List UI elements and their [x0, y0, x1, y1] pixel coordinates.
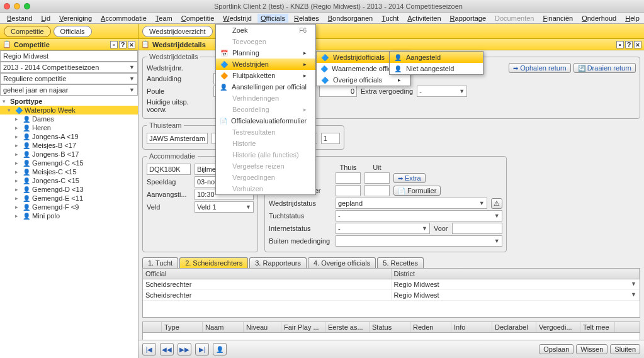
nav-first-button[interactable]: |◀: [142, 343, 156, 355]
tree-item[interactable]: ▸👤Jongens-A <19: [0, 132, 138, 141]
acc-code-input[interactable]: DQK180K: [147, 164, 191, 175]
zoom-icon[interactable]: [24, 3, 30, 9]
season-select[interactable]: 2013 - 2014 Competitieseizoen▼: [0, 62, 138, 73]
tab-4-overige-officials[interactable]: 4. Overige officials: [308, 257, 376, 268]
opslaan-button[interactable]: Opslaan: [539, 344, 573, 354]
menu-onderhoud[interactable]: Onderhoud: [579, 14, 619, 23]
wissen-button[interactable]: Wissen: [576, 344, 607, 354]
menu-rapportage[interactable]: Rapportage: [447, 14, 490, 23]
minimize-icon[interactable]: [14, 3, 20, 9]
menu-item-aanstellingen-per-official[interactable]: 👤Aanstellingen per official: [216, 81, 315, 92]
status-info-button[interactable]: ⚠: [491, 198, 502, 209]
tree-item[interactable]: ▸👤Mini polo: [0, 211, 138, 220]
col-official[interactable]: Official: [143, 269, 392, 279]
help-icon[interactable]: ?: [625, 41, 633, 48]
tuchtstatus-select[interactable]: -▼: [336, 210, 502, 221]
pinned-icon[interactable]: ▪: [616, 41, 624, 48]
wedstrijdstatus-select[interactable]: gepland▼: [336, 198, 487, 209]
close-panel-icon[interactable]: ×: [634, 41, 641, 48]
col-header[interactable]: Declarabel: [492, 322, 536, 332]
tab-2-scheidsrechters[interactable]: 2. Scheidsrechters: [179, 257, 248, 268]
tab-1-tucht[interactable]: 1. Tucht: [142, 257, 178, 268]
periode-right-input[interactable]: 0: [319, 86, 357, 97]
winstpnt-uit-input[interactable]: [364, 185, 390, 196]
tree-root[interactable]: ▾Sporttype: [0, 97, 138, 106]
col-header[interactable]: Naam: [203, 322, 244, 332]
menu-item-aangesteld[interactable]: 👤Aangesteld: [390, 52, 483, 63]
tree-item[interactable]: ▸👤Jongens-B <17: [0, 150, 138, 159]
menu-item-planning[interactable]: 📅Planning▸: [216, 47, 315, 59]
menu-help[interactable]: Help: [622, 14, 643, 23]
col-header[interactable]: [143, 322, 162, 332]
menu-lid[interactable]: Lid: [38, 14, 54, 23]
menu-bondsorganen[interactable]: Bondsorganen: [325, 14, 376, 23]
formulier-button[interactable]: 📄Formulier: [393, 186, 441, 196]
ophalen-return-button[interactable]: ➡Ophalen return: [509, 63, 570, 73]
nav-next-button[interactable]: ▶▶: [178, 343, 191, 355]
tree-item[interactable]: ▸👤Meisjes-C <15: [0, 167, 138, 176]
tree-item[interactable]: ▸👤Dames: [0, 115, 138, 123]
col-header[interactable]: Status: [370, 322, 410, 332]
tree-item[interactable]: ▾🔷Waterpolo Week: [0, 106, 138, 115]
menu-bestand[interactable]: Bestand: [4, 14, 35, 23]
menu-officials[interactable]: Officials: [257, 14, 288, 23]
tab-competitie[interactable]: Competitie: [4, 26, 51, 37]
internetstatus-select[interactable]: -▼: [336, 223, 430, 234]
menu-item-wedstrijden[interactable]: 🔷Wedstrijden▸: [216, 59, 315, 70]
col-header[interactable]: Telt mee: [580, 322, 615, 332]
voor-input[interactable]: [452, 223, 502, 234]
tree-item[interactable]: ▸👤Heren: [0, 123, 138, 132]
tab-officials[interactable]: Officials: [54, 26, 92, 37]
nav-last-button[interactable]: ▶|: [195, 343, 209, 355]
col-header[interactable]: Niveau: [244, 322, 281, 332]
tree-item[interactable]: ▸👤Gemengd-D <13: [0, 185, 138, 194]
period-select[interactable]: geheel jaar en najaar▼: [0, 84, 138, 96]
close-panel-icon[interactable]: ×: [128, 41, 135, 48]
menu-tucht[interactable]: Tucht: [378, 14, 402, 23]
nav-prev-button[interactable]: ◀◀: [160, 343, 174, 355]
uitslag-thuis-input[interactable]: [336, 172, 361, 184]
menu-item-niet-aangesteld[interactable]: 👤Niet aangesteld: [390, 63, 483, 74]
tree-item[interactable]: ▸👤Gemengd-E <11: [0, 194, 138, 203]
col-header[interactable]: Info: [451, 322, 492, 332]
sporttype-tree[interactable]: ▾Sporttype ▾🔷Waterpolo Week▸👤Dames▸👤Here…: [0, 96, 138, 358]
menu-vereniging[interactable]: Vereniging: [56, 14, 95, 23]
extra-button[interactable]: ➡Extra: [393, 173, 426, 183]
tree-item[interactable]: ▸👤Gemengd-F <9: [0, 203, 138, 211]
sluiten-button[interactable]: Sluiten: [610, 344, 640, 354]
buiten-select[interactable]: ▼: [336, 235, 502, 247]
menu-activiteiten[interactable]: Activiteiten: [404, 14, 444, 23]
menubar[interactable]: Bestand Lid Vereniging Accommodatie Team…: [0, 13, 644, 24]
col-header[interactable]: Vergoedi...: [536, 322, 580, 332]
competition-type-select[interactable]: Reguliere competitie▼: [0, 73, 138, 84]
tab-wedstrijdoverzicht[interactable]: Wedstrijdoverzicht: [142, 26, 213, 37]
menu-item-fluitpakketten[interactable]: 🔶Fluitpakketten▸: [216, 70, 315, 81]
window-controls[interactable]: [4, 3, 30, 9]
uitteam-num-input[interactable]: 1: [321, 133, 340, 144]
tree-item[interactable]: ▸👤Meisjes-B <17: [0, 141, 138, 150]
tree-item[interactable]: ▸👤Jongens-C <15: [0, 176, 138, 185]
table-row[interactable]: ScheidsrechterRegio Midwest▼: [143, 290, 640, 301]
draaien-return-button[interactable]: 🔄Draaien return: [573, 63, 636, 73]
col-district[interactable]: District: [392, 269, 640, 279]
col-header[interactable]: Type: [162, 322, 203, 332]
menu-item-officialevaluatieformulier[interactable]: 📄Officialevaluatieformulier: [216, 115, 315, 126]
menu-accommodatie[interactable]: Accommodatie: [98, 14, 150, 23]
uitslag-uit-input[interactable]: [364, 172, 390, 184]
tab-3-rapporteurs[interactable]: 3. Rapporteurs: [249, 257, 307, 268]
menu-financien[interactable]: Financiën: [539, 14, 576, 23]
winstpnt-thuis-input[interactable]: [336, 185, 361, 196]
menu-relaties[interactable]: Relaties: [291, 14, 322, 23]
menu-item-overige-officials[interactable]: 🔷Overige officials▸: [317, 74, 410, 86]
region-select[interactable]: Regio Midwest: [0, 50, 138, 62]
tab-5-recettes[interactable]: 5. Recettes: [377, 257, 424, 268]
wedstrijdofficials-submenu[interactable]: 👤Aangesteld👤Niet aangesteld: [389, 51, 483, 75]
help-icon[interactable]: ?: [119, 41, 127, 48]
veld-select[interactable]: Veld 1▼: [195, 201, 254, 213]
col-header[interactable]: Eerste as...: [325, 322, 370, 332]
menu-team[interactable]: Team: [152, 14, 176, 23]
col-header[interactable]: Fair Play ...: [281, 322, 325, 332]
officials-menu[interactable]: ZoekF6Toevoegen📅Planning▸🔷Wedstrijden▸🔶F…: [215, 24, 316, 195]
tree-item[interactable]: ▸👤Gemengd-C <15: [0, 159, 138, 167]
close-icon[interactable]: [4, 3, 10, 9]
